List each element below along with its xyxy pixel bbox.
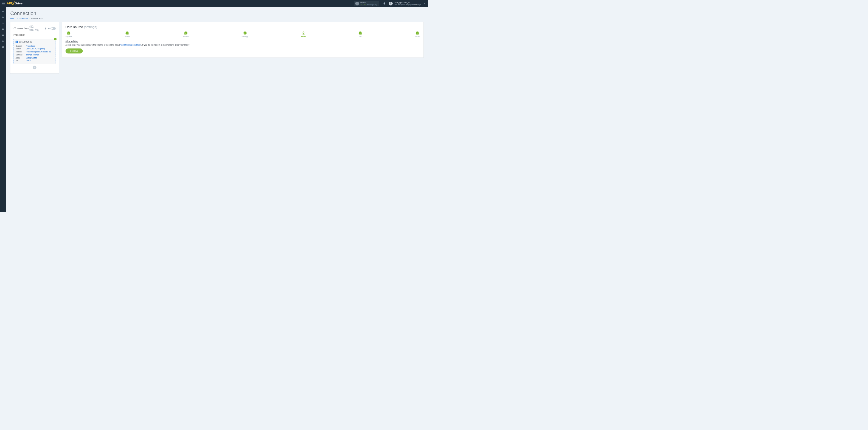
sidebar-services[interactable]	[0, 27, 6, 32]
connection-name: FRESHDESK	[13, 33, 56, 37]
actions-usage-box[interactable]: i Actions: 25'153 /50'000 (50%)	[354, 1, 379, 6]
logo-x: X	[12, 1, 14, 5]
breadcrumb: Main / Connections / FRESHDESK	[10, 18, 424, 20]
sidebar-video[interactable]	[0, 33, 6, 38]
step-system[interactable]: System	[66, 32, 72, 38]
step-action[interactable]: Action	[125, 32, 130, 38]
step-settings[interactable]: Settings	[242, 32, 248, 38]
main-content: Connection Main / Connections / FRESHDES…	[6, 7, 428, 212]
user-text: demo_apix-drive_s2 Plan |Start| left unt…	[394, 1, 421, 5]
home-icon	[2, 10, 4, 12]
progress-stepper: System Action Access Settings Filter Tes…	[66, 31, 420, 38]
add-block-button[interactable]: +	[33, 66, 36, 69]
step-finish[interactable]: Finish	[415, 32, 420, 38]
plus-icon: +	[120, 43, 121, 46]
top-bar: API X Drive i Actions: 25'153 /50'000 (5…	[0, 0, 428, 7]
logo-drive: Drive	[15, 2, 23, 5]
settings-title: Data source (settings)	[66, 25, 420, 29]
step-access[interactable]: Access	[183, 32, 189, 38]
avatar-icon	[389, 2, 393, 5]
actions-text: Actions: 25'153 /50'000 (50%)	[360, 1, 377, 6]
notifications-button[interactable]	[381, 2, 388, 5]
ds-row-action: ActionGet CONTACTS (new)	[16, 48, 54, 51]
dollar-icon	[2, 22, 4, 24]
connection-id: (ID: 38973)	[29, 25, 44, 32]
connection-header: Connection (ID: 38973)	[13, 25, 56, 32]
breadcrumb-current: FRESHDESK	[31, 18, 43, 20]
sitemap-icon	[2, 16, 4, 19]
document-icon[interactable]	[45, 27, 47, 30]
ds-action-link[interactable]: Get CONTACTS (new)	[26, 48, 45, 50]
sidebar-connections[interactable]	[0, 15, 6, 20]
info-icon: i	[355, 2, 359, 5]
connection-label: Connection	[13, 27, 29, 30]
help-icon	[2, 46, 4, 48]
ds-row-test: Testcheck	[16, 59, 54, 62]
bell-icon	[383, 2, 385, 5]
actions-percent: (50%)	[372, 4, 377, 5]
logo[interactable]: API X Drive	[7, 1, 23, 5]
briefcase-icon	[2, 28, 4, 30]
youtube-icon	[2, 34, 4, 36]
filter-editing-title: Filter editing	[66, 40, 420, 43]
continue-button[interactable]: Continue	[66, 48, 83, 53]
ds-access-link[interactable]: Freshdesk (account added 23	[26, 51, 51, 53]
ds-test-link[interactable]: check	[26, 60, 31, 62]
step-test[interactable]: Test	[359, 32, 362, 38]
user-name: demo_apix-drive_s2	[394, 1, 421, 4]
sidebar-home[interactable]	[0, 9, 6, 14]
gear-icon[interactable]	[48, 27, 50, 30]
actions-used: 25'153	[360, 4, 366, 5]
data-source-box[interactable]: 1 DATA SOURCE SystemFreshdesk ActionGet …	[13, 39, 56, 64]
ds-settings-link[interactable]: change settings	[26, 54, 39, 56]
breadcrumb-connections[interactable]: Connections	[18, 18, 28, 20]
menu-button[interactable]	[1, 2, 6, 5]
svg-rect-2	[3, 18, 4, 18]
page-title: Connection	[10, 10, 424, 16]
sidebar-billing[interactable]	[0, 21, 6, 26]
data-source-settings-panel: Data source (settings) System Action Acc…	[62, 22, 424, 57]
filter-editing-description: At this step, you can configure the filt…	[66, 43, 420, 46]
data-source-number: 1	[16, 41, 18, 43]
data-source-title: DATA SOURCE	[19, 41, 32, 43]
chevron-down-icon[interactable]	[421, 2, 426, 5]
breadcrumb-main[interactable]: Main	[10, 18, 14, 20]
connection-panel: Connection (ID: 38973) FRESHDESK 1 DATA …	[10, 22, 59, 73]
sidebar	[0, 7, 6, 212]
sidebar-account[interactable]	[0, 39, 6, 43]
connection-toggle[interactable]	[51, 27, 56, 30]
actions-label: Actions:	[360, 1, 377, 4]
step-filter[interactable]: Filter	[301, 32, 306, 38]
ds-row-settings: Settingschange settings	[16, 53, 54, 56]
ds-filter-link[interactable]: change filter	[26, 57, 37, 59]
user-icon	[2, 40, 4, 42]
ds-row-system: SystemFreshdesk	[16, 44, 54, 48]
data-source-status-icon	[54, 38, 57, 41]
add-filtering-condition-link[interactable]: +add filtering condition	[120, 43, 141, 46]
ds-row-filter: Filterchange filter	[16, 56, 54, 59]
user-menu[interactable]: demo_apix-drive_s2 Plan |Start| left unt…	[389, 1, 421, 5]
user-plan: Plan |Start| left until payment 27 days	[394, 4, 421, 5]
sidebar-help[interactable]	[0, 45, 6, 50]
svg-rect-0	[3, 17, 3, 17]
ds-row-access: AccessFreshdesk (account added 23	[16, 51, 54, 54]
ds-system-link[interactable]: Freshdesk	[26, 45, 35, 47]
